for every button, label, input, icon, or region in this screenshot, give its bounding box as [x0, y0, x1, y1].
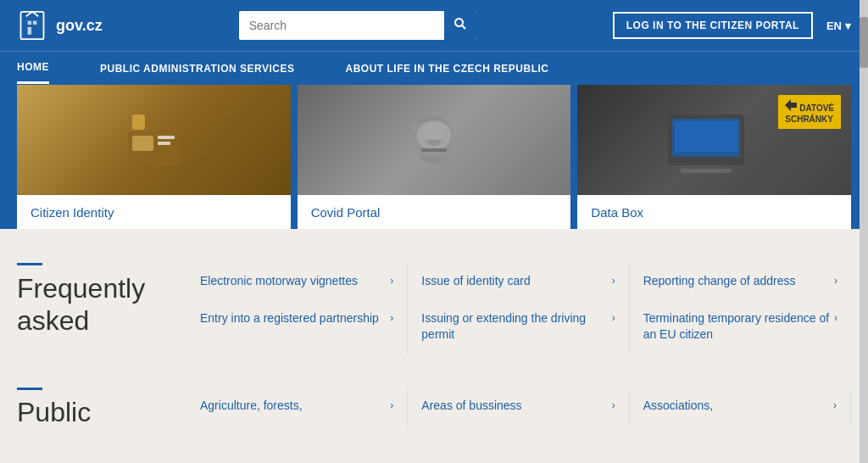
- public-links: Agriculture, forests, › Areas of bussine…: [186, 388, 851, 428]
- header: gov.cz LOG IN TO THE CITIZEN PORTAL EN ▾: [0, 0, 868, 51]
- nav-item-home[interactable]: HOME: [17, 53, 49, 84]
- chevron-right-icon-7: ›: [390, 399, 393, 411]
- hero-card-citizen-identity[interactable]: Citizen Identity: [17, 85, 291, 229]
- public-link-agriculture-text: Agriculture, forests,: [200, 398, 303, 415]
- logo-icon: [17, 10, 47, 41]
- freq-link-address-text: Reporting change of address: [643, 273, 796, 290]
- lang-label: EN: [826, 20, 842, 32]
- data-box-image: DATOVÉSCHRÁNKY: [577, 85, 851, 195]
- public-link-business[interactable]: Areas of bussiness ›: [408, 388, 629, 428]
- covid-illustration: [383, 106, 485, 174]
- search-icon: [454, 18, 466, 30]
- datove-arrow-icon: [785, 99, 797, 111]
- datove-icon: [785, 99, 797, 114]
- databox-illustration: [659, 102, 770, 178]
- citizen-identity-label: Citizen Identity: [17, 195, 291, 229]
- search-wrapper: [239, 11, 476, 40]
- svg-point-4: [455, 19, 463, 26]
- freq-link-driving-text: Issuing or extending the driving permit: [421, 310, 611, 343]
- citizen-identity-image: [17, 85, 291, 195]
- hero-card-data-box[interactable]: DATOVÉSCHRÁNKY Data Box: [577, 85, 851, 229]
- chevron-down-icon: ▾: [845, 20, 851, 32]
- chevron-right-icon-8: ›: [612, 399, 615, 411]
- svg-rect-8: [158, 136, 175, 139]
- freq-link-identity-text: Issue of identity card: [421, 273, 530, 290]
- hero-card-covid-portal[interactable]: Covid Portal: [298, 85, 571, 229]
- freq-link-address[interactable]: Reporting change of address ›: [630, 263, 851, 300]
- chevron-right-icon-1: ›: [390, 275, 393, 287]
- search-button[interactable]: [444, 11, 476, 40]
- nav-item-public-admin[interactable]: PUBLIC ADMINISTRATION SERVICES: [100, 54, 294, 83]
- scrollbar[interactable]: [860, 0, 868, 437]
- frequently-asked-title: Frequently asked: [17, 272, 186, 337]
- navigation: HOME PUBLIC ADMINISTRATION SERVICES ABOU…: [0, 51, 868, 85]
- datove-logo: DATOVÉSCHRÁNKY: [778, 95, 841, 129]
- svg-rect-1: [28, 21, 32, 25]
- hero-section: Citizen Identity Covid Portal: [0, 85, 868, 229]
- chevron-right-icon-6: ›: [834, 312, 837, 324]
- login-button[interactable]: LOG IN TO THE CITIZEN PORTAL: [613, 12, 813, 39]
- freq-link-partnership[interactable]: Entry into a registered partnership ›: [186, 300, 408, 354]
- logo-text: gov.cz: [56, 17, 103, 35]
- search-input[interactable]: [239, 12, 444, 39]
- public-title-area: Public: [17, 388, 186, 428]
- public-section: Public Agriculture, forests, › Areas of …: [0, 371, 868, 437]
- header-right: LOG IN TO THE CITIZEN PORTAL EN ▾: [613, 12, 851, 39]
- chevron-right-icon-5: ›: [612, 312, 615, 324]
- svg-rect-9: [158, 142, 170, 145]
- frequently-asked-title-area: Frequently asked: [17, 263, 186, 354]
- scrollbar-thumb[interactable]: [860, 17, 868, 68]
- svg-line-5: [462, 25, 465, 29]
- svg-rect-2: [33, 21, 37, 25]
- data-box-label: Data Box: [577, 195, 851, 229]
- chevron-right-icon-9: ›: [833, 399, 837, 411]
- search-area: [120, 11, 596, 40]
- svg-rect-14: [421, 148, 447, 152]
- svg-point-15: [424, 121, 444, 142]
- svg-rect-20: [681, 169, 732, 173]
- svg-rect-18: [675, 121, 737, 152]
- svg-rect-3: [28, 27, 32, 35]
- svg-rect-0: [21, 12, 44, 39]
- public-separator-line: [17, 388, 42, 390]
- svg-rect-10: [132, 114, 145, 130]
- public-link-business-text: Areas of bussiness: [421, 398, 521, 415]
- public-link-agriculture[interactable]: Agriculture, forests, ›: [186, 388, 408, 428]
- freq-link-motorway[interactable]: Electronic motorway vignettes ›: [186, 263, 408, 300]
- frequently-asked-links: Electronic motorway vignettes › Issue of…: [186, 263, 851, 354]
- freq-link-eu-residence[interactable]: Terminating temporary residence of an EU…: [630, 300, 851, 354]
- nav-item-about-life[interactable]: ABOUT LIFE IN THE CZECH REPUBLIC: [345, 54, 548, 83]
- frequently-asked-section: Frequently asked Electronic motorway vig…: [0, 229, 868, 371]
- public-link-associations-text: Associations,: [643, 398, 713, 415]
- svg-rect-19: [689, 165, 723, 169]
- logo[interactable]: gov.cz: [17, 10, 103, 41]
- svg-marker-21: [785, 99, 797, 111]
- freq-link-identity-card[interactable]: Issue of identity card ›: [408, 263, 629, 300]
- freq-link-eu-text: Terminating temporary residence of an EU…: [643, 310, 834, 343]
- covid-portal-image: [298, 85, 571, 195]
- svg-rect-7: [132, 136, 153, 151]
- freq-link-driving-permit[interactable]: Issuing or extending the driving permit …: [408, 300, 629, 354]
- separator-line: [17, 263, 42, 265]
- covid-portal-label: Covid Portal: [298, 195, 571, 229]
- freq-link-partnership-text: Entry into a registered partnership: [200, 310, 379, 327]
- citizen-identity-illustration: [111, 106, 196, 174]
- freq-link-motorway-text: Electronic motorway vignettes: [200, 273, 358, 290]
- language-selector[interactable]: EN ▾: [826, 20, 851, 32]
- public-title: Public: [17, 397, 186, 428]
- chevron-right-icon-2: ›: [612, 275, 615, 287]
- public-link-associations[interactable]: Associations, ›: [630, 388, 851, 428]
- chevron-right-icon-4: ›: [390, 312, 393, 324]
- chevron-right-icon-3: ›: [834, 275, 837, 287]
